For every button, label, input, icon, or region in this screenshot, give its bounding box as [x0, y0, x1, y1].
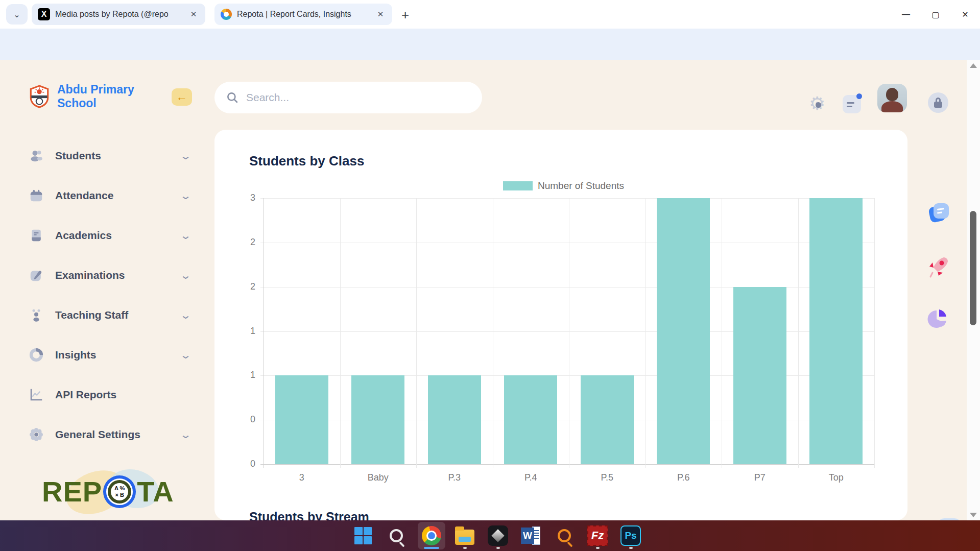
chart-bar [351, 375, 404, 464]
book-icon [29, 228, 44, 243]
sidebar-item-label: Attendance [55, 189, 181, 202]
sidebar-item-label: Insights [55, 349, 181, 361]
sidebar-item-attendance[interactable]: Attendance ⌄ [29, 184, 194, 207]
taskbar-search-icon[interactable] [386, 525, 407, 546]
word-icon[interactable]: W [520, 525, 542, 546]
rocket-float-icon[interactable] [926, 254, 951, 279]
page-scrollbar-thumb[interactable] [970, 211, 976, 325]
logo-text-left: REP [42, 475, 102, 508]
sidebar-item-academics[interactable]: Academics ⌄ [29, 224, 194, 247]
logo-o-emblem: A % × B [103, 475, 136, 508]
tab-close-icon[interactable]: ✕ [188, 9, 199, 20]
y-axis-tick-label: 0 [231, 459, 255, 469]
running-dot [463, 547, 467, 549]
chart-legend[interactable]: Number of Students [503, 180, 624, 191]
y-axis-tick-label: 3 [231, 193, 255, 203]
sidebar-item-insights[interactable]: Insights ⌄ [29, 344, 194, 366]
chart-gridline-x [798, 198, 799, 468]
windows-taskbar: W Fz Ps ⌃ W ⚡ 17:02 01/04/2025 12 [0, 520, 980, 551]
x-axis-tick-label: P.6 [646, 472, 722, 483]
chart-title: Students by Class [249, 153, 364, 169]
chart-gridline-y [260, 464, 874, 465]
browser-toolbar: ← → ⟳ repota.nseerotech.com/demographics… [0, 29, 980, 60]
logo-text-right: TA [137, 475, 174, 508]
cube-app-icon[interactable] [487, 525, 509, 546]
gear-icon[interactable]: ⚙ [809, 94, 825, 113]
chrome-icon[interactable] [421, 525, 442, 546]
sidebar-item-examinations[interactable]: Examinations ⌄ [29, 264, 194, 286]
pie-chart-float-icon[interactable] [926, 307, 949, 331]
y-axis-tick-label: 2 [231, 237, 255, 248]
chart-gridline-x [264, 198, 264, 468]
logo-core-bottom: × B [115, 492, 124, 498]
legend-label: Number of Students [538, 180, 624, 191]
chevron-down-icon: ⌄ [180, 349, 192, 361]
close-button[interactable]: ✕ [950, 0, 980, 29]
browser-tab-2-active[interactable]: Repota | Report Cards, Insights ✕ [214, 4, 392, 25]
school-crest-logo [29, 85, 50, 108]
chevron-down-icon: ⌄ [180, 309, 192, 321]
pen-square-icon [29, 268, 44, 283]
school-header[interactable]: Abdu Primary School [29, 83, 172, 110]
sidebar-item-general-settings[interactable]: General Settings ⌄ [29, 423, 194, 446]
tab-search-button[interactable]: ⌄ [6, 4, 28, 25]
chart-gridline-x [874, 198, 875, 468]
calendar-icon [29, 188, 44, 203]
x-axis-tick-label: P7 [722, 472, 798, 483]
chart-bar [809, 198, 863, 464]
line-chart-icon [29, 387, 44, 402]
scrollbar-down-arrow[interactable] [970, 513, 977, 517]
scrollbar-up-arrow[interactable] [970, 63, 977, 68]
sidebar-item-label: Academics [55, 229, 181, 242]
sidebar-collapse-button[interactable]: ← [172, 88, 192, 106]
chart-gridline-y [260, 243, 874, 243]
person-icon [29, 307, 44, 323]
search-bar[interactable] [214, 82, 482, 113]
x-axis-tick-label: P.5 [569, 472, 646, 483]
tab-title: Media posts by Repota (@repo [55, 10, 183, 19]
sidebar-item-api-reports[interactable]: API Reports [29, 384, 194, 406]
chevron-down-icon: ⌄ [13, 10, 20, 19]
tab-title: Repota | Report Cards, Insights [237, 10, 370, 19]
minimize-button[interactable]: — [891, 0, 921, 29]
sidebar-item-teaching-staff[interactable]: Teaching Staff ⌄ [29, 304, 194, 326]
gear-flower-icon [29, 427, 44, 442]
chevron-down-icon: ⌄ [180, 428, 192, 441]
donut-chart-icon [29, 347, 44, 363]
browser-tab-1[interactable]: X Media posts by Repota (@repo ✕ [32, 4, 205, 25]
file-explorer-icon[interactable] [454, 525, 475, 546]
window-controls: — ▢ ✕ [891, 0, 980, 29]
screen: ⌄ X Media posts by Repota (@repo ✕ Repot… [0, 0, 980, 551]
filezilla-icon[interactable]: Fz [587, 525, 608, 546]
x-axis-tick-label: Top [798, 472, 875, 483]
school-name[interactable]: Abdu Primary School [57, 83, 172, 110]
chat-note-float-icon[interactable] [929, 203, 949, 223]
x-axis-tick-label: P.3 [416, 472, 493, 483]
user-avatar[interactable] [877, 84, 907, 112]
repota-favicon [221, 9, 232, 20]
notifications-icon[interactable] [843, 95, 861, 113]
sidebar-item-label: General Settings [55, 428, 181, 441]
search-input[interactable] [246, 91, 482, 104]
maximize-button[interactable]: ▢ [921, 0, 950, 29]
new-tab-button[interactable]: + [401, 7, 409, 23]
x-axis-tick-label: P.4 [493, 472, 569, 483]
legend-swatch [503, 181, 533, 190]
sidebar-item-students[interactable]: Students ⌄ [29, 145, 194, 167]
search-everything-icon[interactable] [554, 525, 575, 546]
x-axis-tick-label: Baby [340, 472, 417, 483]
chevron-down-icon: ⌄ [180, 269, 192, 281]
y-axis-tick-label: 0 [231, 414, 255, 425]
lock-icon[interactable] [928, 92, 948, 113]
tab-close-icon[interactable]: ✕ [375, 9, 386, 20]
photoshop-icon[interactable]: Ps [620, 525, 641, 546]
chart-bar [428, 375, 481, 464]
chart-bar [581, 375, 634, 464]
chart-gridline-x [646, 198, 646, 468]
chart-bar [275, 375, 328, 464]
browser-tab-strip: ⌄ X Media posts by Repota (@repo ✕ Repot… [0, 0, 980, 29]
logo-core-top: A % [114, 485, 125, 491]
start-button[interactable] [352, 525, 374, 546]
chart-bar [657, 198, 710, 464]
sidebar-item-label: Teaching Staff [55, 309, 181, 321]
